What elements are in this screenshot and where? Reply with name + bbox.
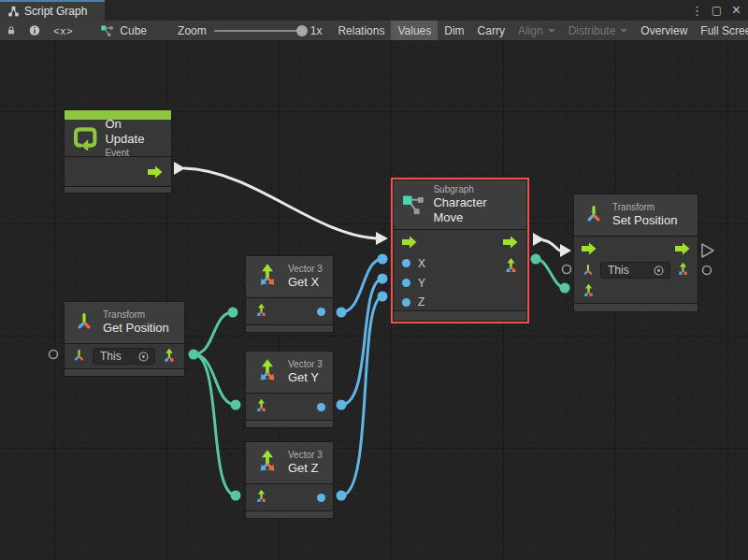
node-get-x[interactable]: Vector 3 Get X (245, 255, 334, 333)
node-category: Vector 3 (288, 359, 323, 371)
transform-input-port[interactable] (581, 263, 596, 279)
graph-icon (100, 23, 114, 37)
lock-button[interactable] (0, 21, 22, 40)
transform-icon (73, 310, 95, 335)
target-field[interactable]: This (600, 262, 670, 279)
value-input-port-z[interactable] (402, 298, 410, 307)
lock-icon (7, 24, 16, 36)
value-output-port[interactable] (317, 494, 325, 502)
window-menu-button[interactable]: ⋮ (689, 2, 705, 19)
vector3-icon (254, 263, 280, 291)
maximize-button[interactable]: ▢ (709, 2, 725, 19)
vector3-input-port[interactable] (253, 303, 269, 320)
value-output-port[interactable] (317, 308, 325, 316)
code-icon: <x> (53, 25, 73, 36)
node-category: Vector 3 (288, 264, 323, 276)
transform-input-port[interactable] (71, 348, 87, 365)
zoom-value: 1x (310, 24, 323, 37)
node-get-y[interactable]: Vector 3 Get Y (245, 351, 334, 428)
node-title: Get X (288, 275, 323, 290)
tab-script-graph[interactable]: Script Graph (0, 0, 105, 21)
relations-button[interactable]: Relations (331, 21, 391, 40)
node-category: Subgraph (433, 184, 518, 196)
node-character-move[interactable]: Subgraph Character Move X Y Z (393, 179, 527, 322)
distribute-button[interactable]: Distribute (562, 21, 635, 40)
vector3-icon (254, 358, 280, 386)
overview-button[interactable]: Overview (634, 21, 694, 40)
node-title: Get Position (103, 321, 169, 336)
window-title-bar: Script Graph ⋮ ▢ × (0, 0, 748, 21)
tab-label: Script Graph (24, 5, 87, 18)
node-footer (394, 310, 526, 321)
graph-name-label: Cube (120, 24, 147, 37)
node-title: Set Position (612, 213, 677, 228)
node-footer (65, 186, 171, 193)
node-get-z[interactable]: Vector 3 Get Z (245, 441, 334, 519)
node-title: Character Move (433, 195, 518, 226)
vector3-input-port[interactable] (253, 489, 269, 506)
node-title: Get Y (288, 370, 323, 385)
target-picker-icon[interactable] (137, 351, 150, 363)
subgraph-icon (402, 193, 425, 217)
event-loop-icon (73, 125, 97, 151)
info-icon (29, 24, 40, 36)
vector3-input-port[interactable] (581, 283, 597, 300)
flow-input-port[interactable] (402, 235, 417, 250)
script-graph-icon (7, 6, 20, 18)
transform-icon (583, 203, 605, 227)
node-footer (574, 303, 698, 311)
flow-output-port[interactable] (148, 165, 163, 179)
flow-output-port[interactable] (675, 241, 690, 256)
port-label-z: Z (418, 295, 424, 309)
flow-output-port[interactable] (503, 235, 518, 250)
node-footer (246, 420, 333, 427)
info-button[interactable] (22, 21, 47, 40)
dim-button[interactable]: Dim (438, 21, 470, 40)
vector3-icon (254, 449, 280, 477)
value-output-port[interactable] (317, 403, 325, 411)
node-get-position[interactable]: Transform Get Position This (64, 301, 185, 377)
port-label-x: X (418, 257, 425, 270)
target-field[interactable]: This (93, 348, 155, 365)
node-category: Vector 3 (288, 450, 323, 462)
vector3-output-port[interactable] (161, 348, 178, 366)
node-title: Get Z (288, 461, 323, 476)
node-set-position[interactable]: Transform Set Position This (573, 194, 698, 312)
chevron-down-icon (548, 29, 555, 33)
node-title: On Update (105, 117, 163, 148)
node-footer (246, 324, 333, 332)
node-footer (246, 510, 333, 518)
values-button[interactable]: Values (391, 21, 438, 40)
full-screen-button[interactable]: Full Screen (694, 21, 748, 40)
node-on-update[interactable]: On Update Event (64, 109, 172, 194)
vector3-input-port[interactable] (253, 398, 269, 415)
close-button[interactable]: × (728, 2, 744, 19)
chevron-down-icon (620, 29, 627, 33)
node-footer (65, 368, 184, 376)
vector3-output-port[interactable] (502, 257, 520, 277)
value-input-port-y[interactable] (402, 279, 410, 287)
zoom-slider[interactable] (214, 30, 303, 32)
graph-selector-button[interactable]: Cube (79, 21, 153, 40)
carry-button[interactable]: Carry (471, 21, 511, 40)
port-label-y: Y (418, 277, 425, 290)
graph-toolbar: <x> Cube Zoom 1x Relations Values Dim Ca… (0, 21, 748, 41)
target-picker-icon[interactable] (653, 265, 665, 277)
edit-source-button[interactable]: <x> (47, 21, 79, 40)
value-input-port-x[interactable] (402, 259, 410, 267)
flow-input-port[interactable] (582, 241, 597, 256)
zoom-label: Zoom (178, 24, 207, 37)
align-button[interactable]: Align (511, 21, 562, 40)
node-category: Transform (612, 202, 677, 214)
node-category: Transform (103, 309, 169, 322)
vector3-output-port[interactable] (675, 262, 691, 279)
zoom-slider-handle[interactable] (296, 25, 308, 36)
